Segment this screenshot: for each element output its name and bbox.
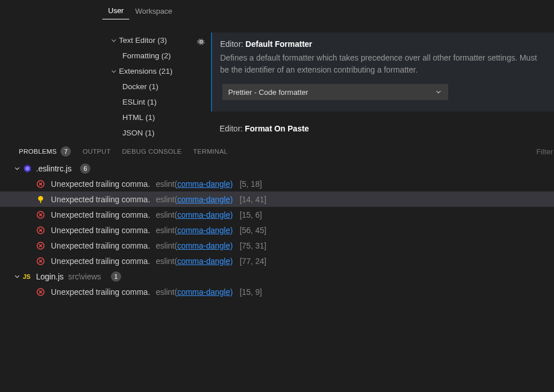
panel-tab-terminal[interactable]: TERMINAL bbox=[193, 148, 228, 155]
setting-heading-name: Format On Paste bbox=[245, 124, 309, 133]
problems-file-row[interactable]: JSLogin.jssrc\views1 bbox=[0, 269, 554, 284]
panel-tab-label: PROBLEMS bbox=[19, 148, 57, 155]
tree-item-count: (2) bbox=[161, 51, 171, 60]
tree-item-eslint[interactable]: ESLint (1) bbox=[109, 94, 174, 110]
tree-item-label: Formatting bbox=[122, 51, 160, 60]
setting-description: Defines a default formatter which takes … bbox=[220, 52, 544, 76]
problem-rule-link[interactable]: comma-dangle) bbox=[177, 226, 233, 235]
problem-item[interactable]: Unexpected trailing comma.eslint(comma-d… bbox=[0, 207, 554, 222]
problems-file-count-badge: 6 bbox=[80, 163, 90, 174]
problem-item[interactable]: Unexpected trailing comma.eslint(comma-d… bbox=[0, 191, 554, 207]
problems-file-path: src\views bbox=[68, 272, 101, 281]
tree-item-label: ESLint bbox=[122, 98, 145, 106]
tree-item-label: Text Editor bbox=[119, 36, 156, 45]
setting-heading: Editor: Default Formatter bbox=[220, 39, 544, 49]
tree-item-json[interactable]: JSON (1) bbox=[109, 125, 174, 141]
problem-item[interactable]: Unexpected trailing comma.eslint(comma-d… bbox=[0, 238, 554, 253]
problem-message: Unexpected trailing comma. bbox=[51, 195, 150, 204]
problem-source: eslint(comma-dangle) bbox=[156, 210, 233, 219]
panel-tabs: PROBLEMS 7 OUTPUT DEBUG CONSOLE TERMINAL… bbox=[0, 141, 554, 161]
svg-text:JS: JS bbox=[23, 273, 30, 280]
panel-tab-debug-console[interactable]: DEBUG CONSOLE bbox=[122, 148, 182, 155]
tree-item-count: (1) bbox=[146, 113, 156, 122]
problems-panel: .eslintrc.js6Unexpected trailing comma.e… bbox=[0, 161, 554, 392]
gear-icon[interactable] bbox=[197, 37, 206, 46]
eslint-file-icon bbox=[22, 164, 33, 173]
problem-item[interactable]: Unexpected trailing comma.eslint(comma-d… bbox=[0, 284, 554, 299]
settings-body: Text Editor (3) Formatting (2) Extension… bbox=[0, 20, 554, 141]
problem-message: Unexpected trailing comma. bbox=[51, 210, 150, 219]
tree-item-docker[interactable]: Docker (1) bbox=[109, 79, 174, 94]
js-file-icon: JS bbox=[22, 272, 33, 281]
default-formatter-select[interactable]: Prettier - Code formatter bbox=[222, 84, 448, 100]
setting-heading-prefix: Editor: bbox=[220, 124, 245, 133]
error-icon bbox=[36, 210, 45, 219]
problem-location: [15, 9] bbox=[240, 287, 262, 297]
chevron-down-icon bbox=[109, 67, 119, 75]
problem-rule-link[interactable]: comma-dangle) bbox=[177, 257, 233, 266]
problem-item[interactable]: Unexpected trailing comma.eslint(comma-d… bbox=[0, 222, 554, 238]
error-icon bbox=[36, 287, 45, 297]
problem-source: eslint(comma-dangle) bbox=[156, 241, 233, 250]
problem-message: Unexpected trailing comma. bbox=[51, 257, 150, 266]
problem-message: Unexpected trailing comma. bbox=[51, 226, 150, 235]
setting-default-formatter: Editor: Default Formatter Defines a defa… bbox=[211, 33, 554, 111]
problem-rule-link[interactable]: comma-dangle) bbox=[177, 287, 233, 297]
tree-item-label: Extensions bbox=[119, 67, 157, 75]
lightbulb-icon bbox=[36, 195, 45, 204]
problem-location: [75, 31] bbox=[240, 241, 266, 250]
panel-tab-output[interactable]: OUTPUT bbox=[82, 148, 110, 155]
tree-item-count: (1) bbox=[149, 82, 159, 91]
tree-item-label: HTML bbox=[122, 113, 144, 122]
problem-item[interactable]: Unexpected trailing comma.eslint(comma-d… bbox=[0, 253, 554, 269]
problem-location: [15, 6] bbox=[240, 210, 262, 219]
chevron-down-icon bbox=[13, 273, 22, 281]
chevron-down-icon bbox=[435, 88, 443, 96]
tree-item-html[interactable]: HTML (1) bbox=[109, 110, 174, 125]
error-icon bbox=[36, 241, 45, 250]
problem-message: Unexpected trailing comma. bbox=[51, 179, 150, 189]
scope-tab-workspace[interactable]: Workspace bbox=[129, 2, 178, 19]
problem-source: eslint(comma-dangle) bbox=[156, 287, 233, 297]
settings-tree: Text Editor (3) Formatting (2) Extension… bbox=[0, 33, 174, 141]
chevron-down-icon bbox=[13, 165, 22, 173]
problem-rule-link[interactable]: comma-dangle) bbox=[177, 179, 233, 189]
problems-file-row[interactable]: .eslintrc.js6 bbox=[0, 161, 554, 176]
tree-item-label: JSON bbox=[122, 129, 143, 137]
svg-rect-4 bbox=[40, 201, 41, 203]
problem-location: [5, 18] bbox=[240, 179, 262, 189]
problem-rule-link[interactable]: comma-dangle) bbox=[177, 195, 233, 204]
setting-heading-prefix: Editor: bbox=[220, 39, 245, 49]
problem-location: [56, 45] bbox=[240, 226, 266, 235]
panel-tab-problems[interactable]: PROBLEMS 7 bbox=[19, 146, 71, 157]
setting-heading-name: Default Formatter bbox=[245, 39, 312, 49]
problem-message: Unexpected trailing comma. bbox=[51, 241, 150, 250]
problem-rule-link[interactable]: comma-dangle) bbox=[177, 210, 233, 219]
tree-item-label: Docker bbox=[122, 82, 147, 91]
tree-item-count: (1) bbox=[145, 129, 155, 137]
problems-count-badge: 7 bbox=[61, 146, 71, 157]
tree-item-count: (1) bbox=[148, 98, 157, 106]
problem-message: Unexpected trailing comma. bbox=[51, 287, 150, 297]
tree-item-extensions[interactable]: Extensions (21) bbox=[109, 63, 174, 79]
error-icon bbox=[36, 226, 45, 235]
chevron-down-icon bbox=[109, 37, 119, 45]
settings-main: Editor: Default Formatter Defines a defa… bbox=[174, 33, 554, 141]
problems-file-name: .eslintrc.js bbox=[36, 164, 71, 173]
problem-rule-link[interactable]: comma-dangle) bbox=[177, 241, 233, 250]
problem-source: eslint(comma-dangle) bbox=[156, 179, 233, 189]
problems-file-count-badge: 1 bbox=[111, 271, 121, 282]
tree-item-formatting[interactable]: Formatting (2) bbox=[109, 48, 174, 63]
problem-item[interactable]: Unexpected trailing comma.eslint(comma-d… bbox=[0, 176, 554, 191]
problem-source: eslint(comma-dangle) bbox=[156, 226, 233, 235]
tree-item-text-editor[interactable]: Text Editor (3) bbox=[109, 33, 174, 48]
settings-pane: User Workspace Text Editor (3) Formattin… bbox=[0, 0, 554, 141]
tree-item-count: (21) bbox=[159, 67, 173, 75]
scope-tab-user[interactable]: User bbox=[102, 2, 129, 19]
problem-location: [77, 24] bbox=[240, 257, 266, 266]
problems-file-name: Login.js bbox=[36, 272, 63, 281]
error-icon bbox=[36, 257, 45, 266]
filter-input[interactable]: Filter bbox=[536, 142, 554, 161]
error-icon bbox=[36, 179, 45, 189]
problem-source: eslint(comma-dangle) bbox=[156, 195, 233, 204]
